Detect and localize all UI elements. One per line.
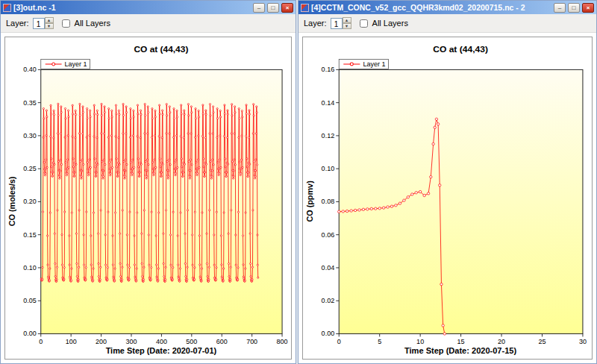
close-button[interactable]: ×: [582, 3, 594, 13]
svg-text:0.12: 0.12: [322, 132, 335, 139]
plot-area: 0510152025300.000.020.040.060.080.100.12…: [322, 66, 587, 345]
minimize-button[interactable]: –: [253, 3, 265, 13]
spinner-up-icon[interactable]: ▲: [45, 17, 54, 23]
co-timeseries-chart: 0510152025300.000.020.040.060.080.100.12…: [303, 37, 592, 359]
svg-text:400: 400: [156, 338, 167, 345]
chart-legend: Layer 1: [339, 60, 388, 69]
layer-value[interactable]: 1: [33, 18, 45, 29]
layer-toolbar: Layer: 1 ▲ ▼ All Layers: [298, 14, 596, 33]
svg-text:0.06: 0.06: [322, 231, 335, 239]
layer-label: Layer:: [304, 19, 327, 28]
svg-text:0.14: 0.14: [322, 99, 335, 107]
spinner-down-icon[interactable]: ▼: [343, 23, 351, 29]
chart-panel: 0510152025300.000.020.040.060.080.100.12…: [302, 37, 593, 360]
svg-text:0.04: 0.04: [322, 264, 335, 272]
svg-text:800: 800: [277, 338, 288, 345]
all-layers-checkbox[interactable]: [360, 19, 368, 28]
svg-text:0: 0: [337, 338, 341, 345]
app-icon: [3, 4, 11, 12]
chart-legend: Layer 1: [41, 60, 90, 69]
co-timeseries-chart: 01002003004005006007008000.000.050.100.1…: [5, 37, 291, 359]
svg-text:0.10: 0.10: [322, 165, 335, 172]
window-titlebar[interactable]: [3]out.nc -1 – □ ×: [1, 1, 296, 14]
svg-text:0.10: 0.10: [23, 264, 36, 272]
svg-text:0.20: 0.20: [23, 198, 36, 205]
chart-panel: 01002003004005006007008000.000.050.100.1…: [4, 37, 292, 360]
svg-text:0.00: 0.00: [322, 330, 335, 338]
spinner-up-icon[interactable]: ▲: [343, 17, 351, 23]
legend-marker-icon: [52, 63, 55, 66]
window-titlebar[interactable]: [4]CCTM_CONC_v52_gcc_QQHR3kmd02_20200715…: [298, 1, 596, 14]
svg-text:0.25: 0.25: [23, 165, 36, 172]
svg-text:25: 25: [538, 338, 546, 345]
svg-text:0.16: 0.16: [322, 66, 335, 73]
svg-text:5: 5: [378, 338, 381, 345]
svg-text:0.35: 0.35: [23, 99, 36, 107]
y-axis-label: CO (moles/s): [7, 176, 16, 226]
svg-text:100: 100: [66, 338, 77, 345]
chart-content: 01002003004005006007008000.000.050.100.1…: [1, 33, 296, 363]
window-title: [3]out.nc -1: [13, 3, 251, 12]
svg-text:500: 500: [186, 338, 197, 345]
svg-text:20: 20: [498, 338, 505, 345]
svg-text:600: 600: [216, 338, 228, 345]
svg-text:0.40: 0.40: [23, 66, 36, 73]
app-icon: [301, 4, 309, 12]
svg-text:0.02: 0.02: [322, 297, 335, 304]
chart-content: 0510152025300.000.020.040.060.080.100.12…: [298, 33, 596, 363]
all-layers-checkbox[interactable]: [62, 19, 70, 28]
svg-text:0.05: 0.05: [23, 297, 36, 304]
svg-text:15: 15: [457, 338, 465, 345]
svg-text:0: 0: [39, 338, 43, 345]
layer-label: Layer:: [6, 19, 29, 28]
desktop: [3]out.nc -1 – □ × Layer: 1 ▲ ▼ All Laye…: [0, 0, 597, 364]
all-layers-label: All Layers: [75, 19, 110, 28]
plot-window-2: [4]CCTM_CONC_v52_gcc_QQHR3kmd02_20200715…: [298, 0, 597, 364]
svg-text:0.08: 0.08: [322, 198, 335, 205]
legend-label: Layer 1: [363, 61, 385, 69]
maximize-button[interactable]: □: [568, 3, 580, 13]
layer-value[interactable]: 1: [331, 18, 343, 29]
svg-text:30: 30: [579, 338, 587, 345]
legend-label: Layer 1: [65, 60, 87, 68]
x-axis-label: Time Step (Date: 2020-07-15): [404, 346, 516, 355]
chart-title: CO at (44,43): [134, 44, 188, 54]
svg-text:700: 700: [246, 338, 257, 345]
svg-text:0.30: 0.30: [23, 132, 36, 139]
minimize-button[interactable]: –: [554, 3, 566, 13]
layer-spinner[interactable]: 1 ▲ ▼: [331, 17, 351, 29]
svg-text:0.00: 0.00: [23, 330, 36, 337]
layer-spinner[interactable]: 1 ▲ ▼: [33, 17, 54, 29]
svg-text:0.15: 0.15: [23, 231, 36, 239]
x-axis-label: Time Step (Date: 2020-07-01): [106, 346, 217, 355]
layer-toolbar: Layer: 1 ▲ ▼ All Layers: [1, 14, 296, 33]
maximize-button[interactable]: □: [267, 3, 279, 13]
close-button[interactable]: ×: [281, 3, 293, 13]
window-title: [4]CCTM_CONC_v52_gcc_QQHR3kmd02_20200715…: [311, 3, 551, 12]
svg-text:300: 300: [126, 338, 137, 345]
spinner-down-icon[interactable]: ▼: [45, 23, 54, 29]
y-axis-label: CO (ppmv): [305, 181, 314, 222]
plot-area: 01002003004005006007008000.000.050.100.1…: [23, 66, 287, 345]
svg-text:10: 10: [416, 338, 424, 345]
chart-title: CO at (44,43): [433, 44, 488, 54]
plot-window-1: [3]out.nc -1 – □ × Layer: 1 ▲ ▼ All Laye…: [0, 0, 296, 364]
all-layers-label: All Layers: [372, 19, 408, 28]
legend-marker-icon: [350, 63, 353, 66]
svg-text:200: 200: [96, 338, 107, 345]
